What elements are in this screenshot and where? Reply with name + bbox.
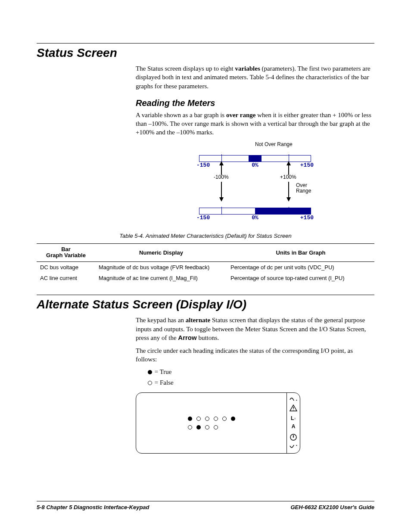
text-run: The keypad has an: [136, 317, 186, 324]
bold-alternate: alternate: [186, 317, 210, 324]
text-run: press any of the: [136, 334, 178, 341]
italic-comma: ,: [364, 326, 366, 333]
wave-bottom-icon: [290, 445, 297, 449]
legend-false: = False: [148, 379, 374, 386]
open-circle-icon: [148, 381, 152, 385]
table-row: DC bus voltage Magnitude of dc bus volta…: [37, 262, 374, 273]
body-column: The keypad has an alternate Status scree…: [136, 316, 374, 453]
text-run: The Status screen displays up to eight: [136, 65, 235, 72]
cell: Percentage of dc per unit volts (VDC_PU): [227, 262, 374, 273]
meter-characteristics-table: BarGraph Variable Numeric Display Units …: [37, 243, 374, 284]
scale-min: -150: [196, 215, 210, 221]
alternate-para2: The circle under each heading indicates …: [136, 346, 374, 364]
filled-circle-icon: [231, 417, 235, 421]
alert-triangle-icon: [290, 404, 297, 411]
annotation-pos100: +100%: [280, 174, 296, 180]
footer-left: 5-8 Chapter 5 Diagnostic Interface-Keypa…: [37, 504, 149, 510]
scale-zero: 0%: [252, 215, 258, 221]
io-row-1: [188, 417, 286, 421]
col-header: BarGraph Variable: [37, 243, 95, 262]
annotation-neg100: -100%: [214, 174, 229, 180]
meter-fill: [255, 208, 311, 214]
arrows-down-icon: [199, 181, 311, 202]
svg-point-9: [293, 410, 294, 411]
horizontal-rule: [37, 43, 374, 44]
body-column: The Status screen displays up to eight v…: [136, 64, 374, 229]
io-row-2: [188, 425, 286, 429]
io-dots-area: [136, 393, 286, 453]
bold-arrow: Arrow: [178, 334, 196, 341]
annotation-not-over-range: Not Over Range: [255, 141, 293, 147]
heading-alternate-status: Alternate Status Screen (Display I/O): [37, 298, 374, 311]
page: Status Screen The Status screen displays…: [0, 0, 411, 532]
filled-circle-icon: [188, 417, 192, 421]
heading-status-screen: Status Screen: [37, 46, 374, 60]
reading-meters-para: A variable shown as a bar graph is over …: [136, 111, 374, 137]
table-header-row: BarGraph Variable Numeric Display Units …: [37, 243, 374, 262]
text-run: A variable shown as a bar graph is: [136, 112, 226, 118]
horizontal-rule: [37, 295, 374, 295]
open-circle-icon: [214, 425, 218, 429]
io-side-icons: L↑ A: [286, 393, 300, 453]
legend-text: = False: [153, 379, 174, 386]
open-circle-icon: [214, 417, 218, 421]
open-circle-icon: [188, 425, 192, 429]
cell: DC bus voltage: [37, 262, 95, 273]
cell: Magnitude of ac line current (I_Mag_Fil): [95, 273, 227, 283]
open-circle-icon: [205, 425, 209, 429]
cell: AC line current: [37, 273, 95, 283]
side-label-L: L↑: [291, 415, 296, 421]
scale-max: +150: [300, 215, 314, 221]
cell: Percentage of source top-rated current (…: [227, 273, 374, 283]
power-circle-icon: [290, 433, 297, 441]
bold-variables: variables: [235, 65, 260, 72]
open-circle-icon: [205, 417, 209, 421]
table-row: AC line current Magnitude of ac line cur…: [37, 273, 374, 283]
meter-tick-neg100: [221, 207, 222, 215]
heading-reading-meters: Reading the Meters: [136, 98, 374, 108]
open-circle-icon: [196, 417, 201, 421]
svg-marker-5: [219, 197, 224, 202]
alternate-para1: The keypad has an alternate Status scree…: [136, 316, 374, 342]
io-status-display: L↑ A: [136, 392, 300, 454]
svg-marker-1: [219, 161, 224, 165]
col-header: Numeric Display: [95, 243, 227, 262]
filled-circle-icon: [196, 425, 201, 429]
text-run: buttons.: [197, 334, 219, 341]
side-label-A: A: [292, 423, 296, 429]
page-footer: 5-8 Chapter 5 Diagnostic Interface-Keypa…: [37, 501, 374, 510]
filled-circle-icon: [148, 370, 152, 374]
meter-track: [199, 208, 311, 215]
legend-text: = True: [153, 368, 171, 375]
cell: Magnitude of dc bus voltage (FVR feedbac…: [95, 262, 227, 273]
meter-bar-bottom: -150 0% +150: [199, 202, 311, 216]
table-caption: Table 5-4. Animated Meter Characteristic…: [37, 233, 374, 239]
meter-figure: Not Over Range -150 0% +150: [199, 143, 311, 229]
svg-marker-7: [286, 197, 291, 202]
col-header: Units in Bar Graph: [227, 243, 374, 262]
open-circle-icon: [222, 417, 227, 421]
status-screen-intro: The Status screen displays up to eight v…: [136, 64, 374, 90]
meter-tick-pos100: [289, 207, 289, 215]
wave-top-icon: [290, 396, 297, 401]
legend-true: = True: [148, 368, 374, 376]
bold-over-range: over range: [226, 112, 255, 118]
svg-marker-3: [286, 161, 291, 165]
footer-right: GEH-6632 EX2100 User's Guide: [290, 504, 374, 510]
